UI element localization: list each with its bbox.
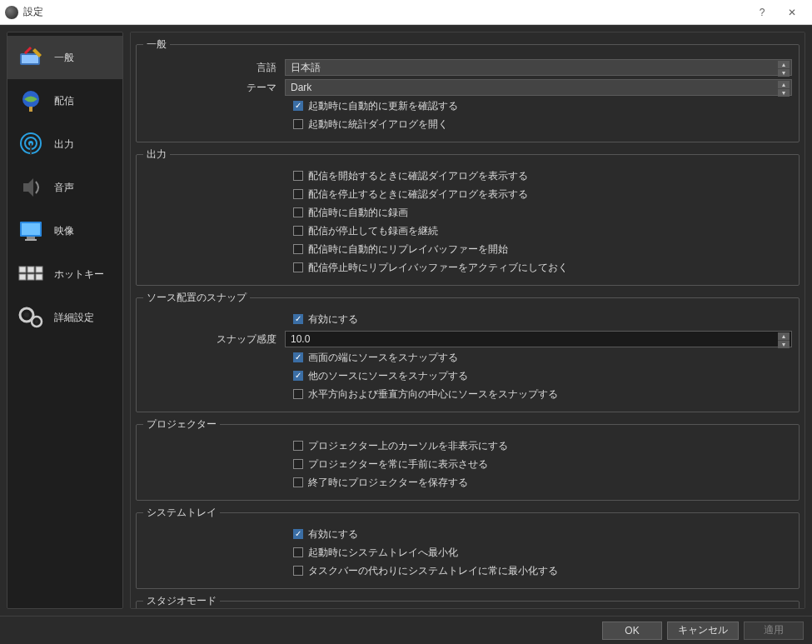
apply-button[interactable]: 適用 (744, 622, 804, 640)
chevron-up-icon[interactable]: ▴ (778, 81, 790, 89)
language-label: 言語 (143, 61, 285, 75)
ok-button[interactable]: OK (602, 622, 662, 640)
checkbox-label: 配信時に自動的にリプレイバッファーを開始 (308, 242, 508, 257)
help-button[interactable]: ? (747, 0, 777, 25)
group-title: プロジェクター (143, 417, 220, 432)
snap-sensitivity-label: スナップ感度 (143, 332, 285, 347)
checkbox-label: 画面の端にソースをスナップする (308, 351, 458, 365)
sidebar: 一般 配信 出力 音声 映像 (7, 32, 123, 609)
sidebar-item-audio[interactable]: 音声 (7, 166, 122, 209)
svg-rect-12 (25, 239, 37, 241)
svg-rect-15 (36, 267, 42, 272)
sidebar-item-label: 映像 (54, 224, 74, 238)
snap-sensitivity-value: 10.0 (291, 333, 310, 345)
projector-hide-cursor-checkbox[interactable]: プロジェクター上のカーソルを非表示にする (293, 437, 792, 455)
svg-point-22 (35, 320, 38, 323)
checkbox-icon (293, 389, 303, 399)
group-title: ソース配置のスナップ (143, 291, 250, 305)
auto-replay-buffer-checkbox[interactable]: 配信時に自動的にリプレイバッファーを開始 (293, 240, 792, 258)
checkbox-icon (293, 314, 303, 324)
sidebar-item-advanced[interactable]: 詳細設定 (7, 296, 122, 339)
checkbox-icon (293, 119, 303, 129)
globe-icon (16, 87, 46, 114)
window-body: 一般 配信 出力 音声 映像 (0, 25, 812, 616)
svg-rect-2 (24, 47, 32, 54)
svg-rect-10 (22, 223, 40, 235)
group-title: 一般 (143, 37, 170, 52)
group-snap: ソース配置のスナップ 有効にする スナップ感度 10.0 ▴▾ 画面の端にソース… (136, 291, 800, 412)
cancel-button[interactable]: キャンセル (667, 622, 739, 640)
checkbox-label: 水平方向および垂直方向の中心にソースをスナップする (308, 387, 558, 402)
language-value: 日本語 (291, 61, 321, 75)
group-general: 一般 言語 日本語 ▴▾ テーマ Dark ▴▾ (136, 37, 800, 142)
sidebar-item-label: 音声 (54, 181, 74, 195)
snap-center-checkbox[interactable]: 水平方向および垂直方向の中心にソースをスナップする (293, 385, 792, 403)
checkbox-label: 配信時に自動的に録画 (308, 206, 408, 220)
snap-enable-checkbox[interactable]: 有効にする (293, 310, 792, 328)
antenna-icon (16, 131, 46, 157)
sidebar-item-output[interactable]: 出力 (7, 122, 122, 166)
snap-other-sources-checkbox[interactable]: 他のソースにソースをスナップする (293, 367, 792, 385)
theme-value: Dark (291, 82, 311, 93)
systray-minimize-start-checkbox[interactable]: 起動時にシステムトレイへ最小化 (293, 543, 792, 562)
checkbox-icon (293, 371, 303, 381)
systray-minimize-always-checkbox[interactable]: タスクバーの代わりにシステムトレイに常に最小化する (293, 562, 792, 580)
theme-select[interactable]: Dark ▴▾ (285, 79, 792, 96)
keep-replay-buffer-checkbox[interactable]: 配信停止時にリプレイバッファーをアクティブにしておく (293, 258, 792, 277)
checkbox-icon (293, 529, 303, 539)
svg-rect-11 (27, 237, 35, 239)
open-stats-checkbox[interactable]: 起動時に統計ダイアログを開く (293, 115, 792, 133)
sidebar-item-label: 出力 (54, 137, 74, 152)
chevron-up-icon[interactable]: ▴ (778, 332, 790, 341)
snap-sensitivity-input[interactable]: 10.0 ▴▾ (285, 331, 792, 347)
sidebar-item-video[interactable]: 映像 (7, 209, 122, 252)
auto-record-checkbox[interactable]: 配信時に自動的に録画 (293, 203, 792, 222)
titlebar: 設定 ? ✕ (0, 0, 812, 25)
gear-icon (16, 304, 46, 331)
chevron-down-icon[interactable]: ▾ (778, 341, 790, 348)
svg-rect-14 (27, 267, 34, 272)
keep-recording-checkbox[interactable]: 配信が停止しても録画を継続 (293, 222, 792, 240)
sidebar-item-general[interactable]: 一般 (7, 36, 122, 79)
svg-rect-16 (19, 274, 26, 280)
group-projector: プロジェクター プロジェクター上のカーソルを非表示にする プロジェクターを常に手… (136, 417, 800, 501)
checkbox-label: 他のソースにソースをスナップする (308, 369, 468, 383)
group-systray: システムトレイ 有効にする 起動時にシステムトレイへ最小化 タスクバーの代わりに… (136, 506, 800, 589)
checkbox-label: 配信を停止するときに確認ダイアログを表示する (308, 187, 528, 202)
close-button[interactable]: ✕ (777, 0, 807, 25)
sidebar-item-label: 配信 (54, 94, 74, 108)
checkbox-icon (293, 207, 303, 217)
systray-enable-checkbox[interactable]: 有効にする (293, 525, 792, 543)
sidebar-item-hotkeys[interactable]: ホットキー (7, 252, 122, 296)
confirm-start-stream-checkbox[interactable]: 配信を開始するときに確認ダイアログを表示する (293, 167, 792, 185)
content-panel: 一般 言語 日本語 ▴▾ テーマ Dark ▴▾ (130, 32, 805, 609)
checkbox-label: 起動時にシステムトレイへ最小化 (308, 546, 458, 560)
group-output: 出力 配信を開始するときに確認ダイアログを表示する 配信を停止するときに確認ダイ… (136, 147, 800, 286)
sidebar-item-label: 一般 (54, 51, 74, 65)
language-select[interactable]: 日本語 ▴▾ (285, 59, 792, 76)
checkbox-label: プロジェクターを常に手前に表示させる (308, 457, 488, 472)
sidebar-item-label: 詳細設定 (54, 311, 94, 325)
theme-label: テーマ (143, 81, 285, 95)
sidebar-item-stream[interactable]: 配信 (7, 79, 122, 122)
checkbox-icon (293, 189, 303, 199)
svg-rect-17 (27, 274, 34, 280)
chevron-up-icon[interactable]: ▴ (778, 61, 790, 69)
checkbox-icon (293, 171, 303, 181)
checkbox-icon (293, 101, 303, 111)
snap-screen-edge-checkbox[interactable]: 画面の端にソースをスナップする (293, 348, 792, 367)
checkbox-icon (293, 262, 303, 272)
chevron-down-icon[interactable]: ▾ (778, 89, 790, 97)
svg-rect-18 (36, 274, 42, 280)
projector-save-on-exit-checkbox[interactable]: 終了時にプロジェクターを保存する (293, 473, 792, 492)
checkbox-icon (293, 226, 303, 236)
chevron-down-icon[interactable]: ▾ (778, 69, 790, 77)
checkbox-label: 有効にする (308, 527, 358, 542)
projector-always-top-checkbox[interactable]: プロジェクターを常に手前に表示させる (293, 455, 792, 473)
confirm-stop-stream-checkbox[interactable]: 配信を停止するときに確認ダイアログを表示する (293, 185, 792, 203)
auto-update-checkbox[interactable]: 起動時に自動的に更新を確認する (293, 97, 792, 115)
checkbox-label: 起動時に統計ダイアログを開く (308, 117, 448, 132)
group-title: スタジオモード (143, 594, 220, 608)
group-title: システムトレイ (143, 506, 220, 520)
checkbox-icon (293, 566, 303, 576)
